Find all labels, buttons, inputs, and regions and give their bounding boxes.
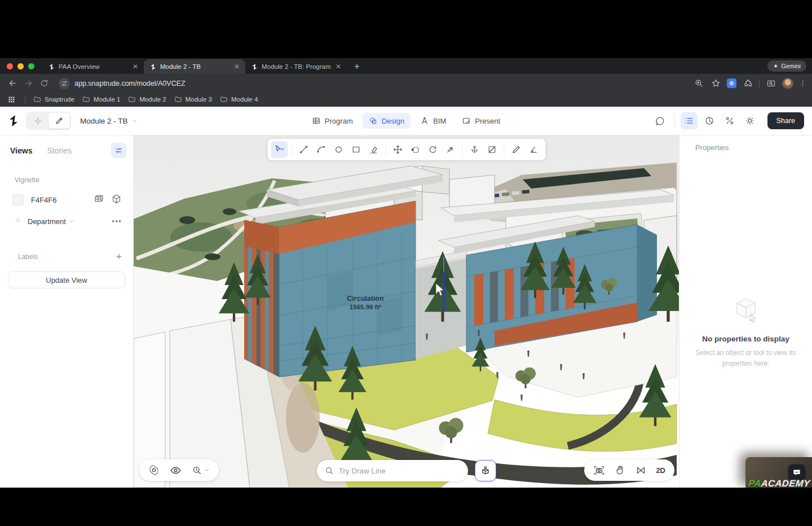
tab-close-icon[interactable]: ✕ [131,63,139,71]
add-label-icon[interactable]: + [116,252,122,262]
bookmark-star-icon[interactable] [710,78,721,89]
workspace-nav: Program Design BIM Present [306,113,506,129]
daylight-sun-icon[interactable] [742,112,758,129]
walkthrough-button[interactable] [475,460,496,481]
close-window-button[interactable] [7,63,13,69]
views-list-icon[interactable] [681,112,698,129]
move-tool[interactable] [389,141,406,158]
rotate-tool[interactable] [424,141,441,158]
select-tool[interactable] [271,141,288,158]
tab-module2-tb-program[interactable]: Module 2 - TB: Program ✕ [245,59,347,74]
push-pull-tool[interactable] [466,141,483,158]
pan-hand-icon[interactable] [615,464,626,476]
macos-window-controls[interactable] [0,58,42,74]
project-name-dropdown[interactable]: Module 2 - TB [80,117,138,125]
tab-label: PAA Overview [59,63,128,70]
flip-array-tool[interactable] [442,141,458,158]
search-input[interactable] [339,467,460,475]
tab-close-icon[interactable]: ✕ [233,63,241,71]
fullscreen-window-button[interactable] [28,63,34,69]
bookmark-label: Module 3 [186,96,212,103]
cube-3d-icon[interactable] [111,194,122,207]
minimize-window-button[interactable] [17,63,24,69]
visibility-eye-icon[interactable] [170,464,182,476]
gemini-label: Gemini [781,63,801,69]
bookmark-module-4[interactable]: Module 4 [220,95,258,103]
bookmark-label: Snaptrude [45,96,74,103]
site-info-icon[interactable] [59,78,70,89]
snapshot-camera-icon[interactable] [593,464,605,476]
forward-icon[interactable] [21,77,35,90]
3d-viewport[interactable]: Circulation 1565.99 ft² [134,135,679,488]
tab-search-icon[interactable] [765,78,776,89]
letterboxed-stage: PAA Overview ✕ Module 2 - TB ✕ Module 2 … [0,0,812,526]
view-filter-button[interactable] [111,143,126,158]
mode-toggle [26,112,71,130]
draw-mode-button[interactable] [48,113,70,129]
toggle-2d-button[interactable]: 2D [656,466,665,475]
views-sidebar: Views Stories Vignette F4F4F6 Department… [0,135,134,488]
update-view-button[interactable]: Update View [8,271,125,288]
zoom-options-icon[interactable] [192,465,210,476]
angle-tool[interactable] [525,141,542,158]
areas-pie-icon[interactable] [701,112,718,129]
orbit-icon[interactable] [636,465,646,476]
circle-tool[interactable] [330,141,347,158]
tab-paa-overview[interactable]: PAA Overview ✕ [42,59,144,74]
tab-program[interactable]: Program [306,113,359,129]
empty-state-title: No properties to display [679,335,812,343]
bookmark-module-2[interactable]: Module 2 [128,95,166,103]
command-search[interactable] [317,460,468,481]
toolbar-divider [759,79,760,88]
share-button[interactable]: Share [767,112,804,129]
new-tab-button[interactable]: + [350,60,364,73]
vignette-color-swatch[interactable] [12,194,24,205]
measure-tool[interactable] [508,141,524,158]
profile-avatar[interactable] [782,78,793,89]
url-text[interactable]: app.snaptrude.com/model/A0VCEZ [74,80,693,87]
apps-grid-icon[interactable] [6,94,17,105]
extensions-puzzle-icon[interactable] [742,78,753,89]
settings-gear-icon[interactable] [148,464,160,476]
automate-nodes-icon[interactable] [721,112,738,129]
tab-close-icon[interactable]: ✕ [334,63,342,71]
snaptrude-favicon [149,63,157,71]
space-label-title: Circulation [347,295,383,303]
bookmark-module-3[interactable]: Module 3 [174,95,212,103]
browser-tabstrip: PAA Overview ✕ Module 2 - TB ✕ Module 2 … [0,58,812,74]
tab-label: BIM [433,117,446,125]
extension-gear-icon[interactable] [727,78,736,88]
tab-bim[interactable]: BIM [414,113,452,129]
gemini-button[interactable]: ✦ Gemini [767,60,806,72]
back-icon[interactable] [6,77,19,90]
line-tool[interactable] [295,141,312,158]
split-tool[interactable] [483,141,500,158]
tab-design[interactable]: Design [363,113,411,129]
vignette-name: F4F4F6 [31,196,87,204]
snaptrude-logo [8,115,19,127]
bookmark-module-1[interactable]: Module 1 [82,95,120,103]
bookmark-snaptrude[interactable]: Snaptrude [33,95,74,103]
rectangle-tool[interactable] [347,141,364,158]
comments-icon[interactable] [652,112,669,129]
perspective-grid-icon[interactable] [94,194,104,207]
ai-mode-button[interactable] [27,113,48,129]
department-dropdown[interactable]: Department [28,217,74,226]
properties-title: Properties [679,135,812,152]
tab-stories[interactable]: Stories [47,146,72,155]
vignette-row[interactable]: F4F4F6 [0,193,133,207]
vignette-section-label: Vignette [0,176,133,184]
eraser-tool[interactable] [365,141,382,158]
tab-views[interactable]: Views [10,146,32,155]
snaptrude-header: Module 2 - TB Program Design BIM Present… [0,107,812,135]
tab-module2-tb[interactable]: Module 2 - TB ✕ [144,59,245,74]
header-actions: Share [652,112,804,129]
arc-tool[interactable] [312,141,329,158]
department-row[interactable]: Department ••• [0,214,133,228]
zoom-page-icon[interactable] [693,78,704,89]
tab-present[interactable]: Present [456,113,506,129]
reload-icon[interactable] [37,77,51,90]
browser-menu-icon[interactable]: ⋮ [799,80,806,87]
copy-tool[interactable] [407,141,423,158]
browser-window: PAA Overview ✕ Module 2 - TB ✕ Module 2 … [0,58,812,488]
